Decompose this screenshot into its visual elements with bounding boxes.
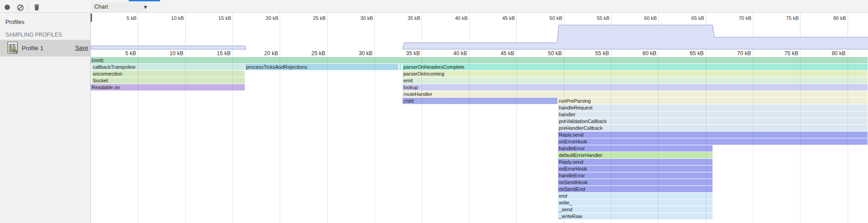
svg-text:%: % (13, 48, 18, 54)
